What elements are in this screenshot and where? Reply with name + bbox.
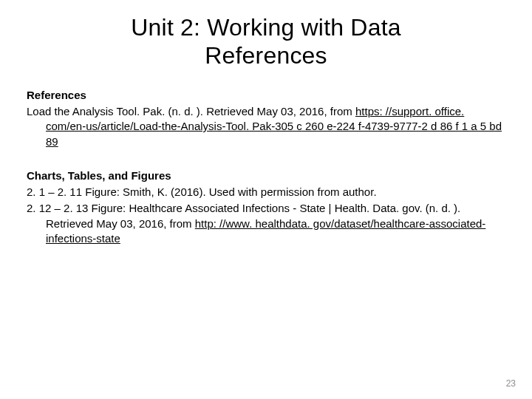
title-line-1: Unit 2: Working with Data: [131, 14, 400, 41]
reference-entry: Load the Analysis Tool. Pak. (n. d. ). R…: [27, 104, 505, 149]
slide-title: Unit 2: Working with Data References: [27, 13, 505, 70]
ctf-entry-1: 2. 1 – 2. 11 Figure: Smith, K. (2016). U…: [27, 185, 505, 200]
title-line-2: References: [205, 42, 327, 69]
references-heading: References: [27, 88, 505, 103]
charts-tables-figures-block: Charts, Tables, and Figures 2. 1 – 2. 11…: [27, 168, 505, 246]
references-block: References Load the Analysis Tool. Pak. …: [27, 88, 505, 149]
reference-text: Load the Analysis Tool. Pak. (n. d. ). R…: [27, 105, 355, 117]
page-number: 23: [506, 378, 516, 389]
ctf-entry-2: 2. 12 – 2. 13 Figure: Healthcare Associa…: [27, 201, 505, 246]
ctf-heading: Charts, Tables, and Figures: [27, 168, 505, 183]
slide: Unit 2: Working with Data References Ref…: [0, 0, 532, 399]
